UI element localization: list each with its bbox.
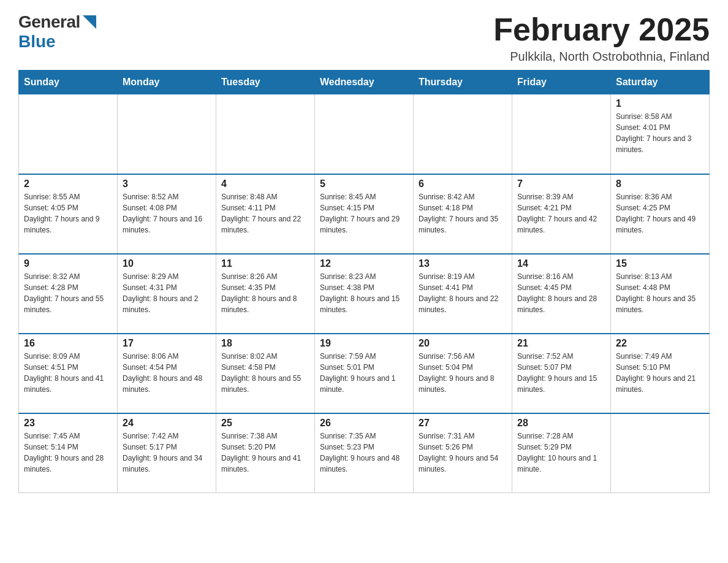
header-wednesday: Wednesday <box>315 71 414 94</box>
table-row: 8Sunrise: 8:36 AM Sunset: 4:25 PM Daylig… <box>611 174 710 254</box>
day-info: Sunrise: 8:02 AM Sunset: 4:58 PM Dayligh… <box>221 351 309 395</box>
day-info: Sunrise: 7:52 AM Sunset: 5:07 PM Dayligh… <box>517 351 605 395</box>
table-row: 22Sunrise: 7:49 AM Sunset: 5:10 PM Dayli… <box>611 334 710 413</box>
day-info: Sunrise: 8:42 AM Sunset: 4:18 PM Dayligh… <box>419 191 507 236</box>
table-row: 28Sunrise: 7:28 AM Sunset: 5:29 PM Dayli… <box>512 413 611 493</box>
day-number: 21 <box>517 338 605 349</box>
day-number: 19 <box>320 338 408 349</box>
table-row: 23Sunrise: 7:45 AM Sunset: 5:14 PM Dayli… <box>19 413 118 493</box>
table-row: 20Sunrise: 7:56 AM Sunset: 5:04 PM Dayli… <box>414 334 512 413</box>
table-row: 13Sunrise: 8:19 AM Sunset: 4:41 PM Dayli… <box>414 254 512 334</box>
day-number: 14 <box>517 258 605 269</box>
day-number: 17 <box>123 338 211 349</box>
day-info: Sunrise: 8:13 AM Sunset: 4:48 PM Dayligh… <box>616 271 704 315</box>
day-number: 7 <box>517 178 605 190</box>
svg-marker-0 <box>83 15 96 29</box>
calendar-week-row: 23Sunrise: 7:45 AM Sunset: 5:14 PM Dayli… <box>19 413 710 493</box>
day-number: 20 <box>419 338 507 349</box>
day-number: 11 <box>221 258 309 269</box>
table-row: 4Sunrise: 8:48 AM Sunset: 4:11 PM Daylig… <box>216 174 315 254</box>
table-row: 6Sunrise: 8:42 AM Sunset: 4:18 PM Daylig… <box>414 174 512 254</box>
day-info: Sunrise: 8:36 AM Sunset: 4:25 PM Dayligh… <box>616 191 704 236</box>
table-row: 26Sunrise: 7:35 AM Sunset: 5:23 PM Dayli… <box>315 413 414 493</box>
day-info: Sunrise: 8:23 AM Sunset: 4:38 PM Dayligh… <box>320 271 408 315</box>
table-row: 10Sunrise: 8:29 AM Sunset: 4:31 PM Dayli… <box>118 254 216 334</box>
table-row: 18Sunrise: 8:02 AM Sunset: 4:58 PM Dayli… <box>216 334 315 413</box>
day-info: Sunrise: 7:49 AM Sunset: 5:10 PM Dayligh… <box>616 351 704 395</box>
day-number: 24 <box>123 418 211 429</box>
table-row <box>512 94 611 174</box>
day-info: Sunrise: 8:09 AM Sunset: 4:51 PM Dayligh… <box>24 351 112 395</box>
header-saturday: Saturday <box>611 71 710 94</box>
header-monday: Monday <box>118 71 216 94</box>
day-number: 16 <box>24 338 112 349</box>
table-row: 15Sunrise: 8:13 AM Sunset: 4:48 PM Dayli… <box>611 254 710 334</box>
calendar-title: February 2025 <box>493 12 710 47</box>
page-header: General Blue February 2025 Pulkkila, Nor… <box>18 12 710 64</box>
day-info: Sunrise: 8:48 AM Sunset: 4:11 PM Dayligh… <box>221 191 309 236</box>
calendar-week-row: 2Sunrise: 8:55 AM Sunset: 4:05 PM Daylig… <box>19 174 710 254</box>
day-number: 22 <box>616 338 704 349</box>
table-row <box>414 94 512 174</box>
header-sunday: Sunday <box>19 71 118 94</box>
calendar-week-row: 9Sunrise: 8:32 AM Sunset: 4:28 PM Daylig… <box>19 254 710 334</box>
day-info: Sunrise: 8:16 AM Sunset: 4:45 PM Dayligh… <box>517 271 605 315</box>
day-number: 1 <box>616 98 704 109</box>
day-number: 6 <box>419 178 507 190</box>
header-thursday: Thursday <box>414 71 512 94</box>
day-number: 8 <box>616 178 704 190</box>
calendar-table: Sunday Monday Tuesday Wednesday Thursday… <box>18 70 710 493</box>
day-number: 10 <box>123 258 211 269</box>
day-info: Sunrise: 7:56 AM Sunset: 5:04 PM Dayligh… <box>419 351 507 395</box>
table-row: 1Sunrise: 8:58 AM Sunset: 4:01 PM Daylig… <box>611 94 710 174</box>
table-row: 2Sunrise: 8:55 AM Sunset: 4:05 PM Daylig… <box>19 174 118 254</box>
day-info: Sunrise: 8:06 AM Sunset: 4:54 PM Dayligh… <box>123 351 211 395</box>
logo: General Blue <box>18 12 96 52</box>
calendar-week-row: 16Sunrise: 8:09 AM Sunset: 4:51 PM Dayli… <box>19 334 710 413</box>
day-info: Sunrise: 8:52 AM Sunset: 4:08 PM Dayligh… <box>123 191 211 236</box>
day-number: 9 <box>24 258 112 269</box>
logo-triangle-icon <box>83 15 96 29</box>
table-row: 27Sunrise: 7:31 AM Sunset: 5:26 PM Dayli… <box>414 413 512 493</box>
table-row: 7Sunrise: 8:39 AM Sunset: 4:21 PM Daylig… <box>512 174 611 254</box>
day-info: Sunrise: 8:45 AM Sunset: 4:15 PM Dayligh… <box>320 191 408 236</box>
day-number: 18 <box>221 338 309 349</box>
table-row: 16Sunrise: 8:09 AM Sunset: 4:51 PM Dayli… <box>19 334 118 413</box>
table-row: 19Sunrise: 7:59 AM Sunset: 5:01 PM Dayli… <box>315 334 414 413</box>
day-info: Sunrise: 8:19 AM Sunset: 4:41 PM Dayligh… <box>419 271 507 315</box>
day-number: 4 <box>221 178 309 190</box>
day-info: Sunrise: 8:29 AM Sunset: 4:31 PM Dayligh… <box>123 271 211 315</box>
table-row: 5Sunrise: 8:45 AM Sunset: 4:15 PM Daylig… <box>315 174 414 254</box>
table-row: 24Sunrise: 7:42 AM Sunset: 5:17 PM Dayli… <box>118 413 216 493</box>
table-row <box>611 413 710 493</box>
table-row <box>315 94 414 174</box>
day-number: 15 <box>616 258 704 269</box>
table-row: 12Sunrise: 8:23 AM Sunset: 4:38 PM Dayli… <box>315 254 414 334</box>
day-number: 26 <box>320 418 408 429</box>
table-row: 17Sunrise: 8:06 AM Sunset: 4:54 PM Dayli… <box>118 334 216 413</box>
calendar-week-row: 1Sunrise: 8:58 AM Sunset: 4:01 PM Daylig… <box>19 94 710 174</box>
logo-general-text: General <box>18 12 80 32</box>
day-info: Sunrise: 7:35 AM Sunset: 5:23 PM Dayligh… <box>320 431 408 475</box>
table-row: 11Sunrise: 8:26 AM Sunset: 4:35 PM Dayli… <box>216 254 315 334</box>
day-info: Sunrise: 8:39 AM Sunset: 4:21 PM Dayligh… <box>517 191 605 236</box>
table-row: 25Sunrise: 7:38 AM Sunset: 5:20 PM Dayli… <box>216 413 315 493</box>
title-block: February 2025 Pulkkila, North Ostrobothn… <box>493 12 710 64</box>
table-row <box>118 94 216 174</box>
day-info: Sunrise: 8:58 AM Sunset: 4:01 PM Dayligh… <box>616 111 704 155</box>
day-number: 12 <box>320 258 408 269</box>
header-tuesday: Tuesday <box>216 71 315 94</box>
day-number: 28 <box>517 418 605 429</box>
day-info: Sunrise: 7:45 AM Sunset: 5:14 PM Dayligh… <box>24 431 112 475</box>
table-row: 14Sunrise: 8:16 AM Sunset: 4:45 PM Dayli… <box>512 254 611 334</box>
table-row: 9Sunrise: 8:32 AM Sunset: 4:28 PM Daylig… <box>19 254 118 334</box>
day-number: 3 <box>123 178 211 190</box>
day-number: 23 <box>24 418 112 429</box>
day-info: Sunrise: 7:38 AM Sunset: 5:20 PM Dayligh… <box>221 431 309 475</box>
day-info: Sunrise: 7:28 AM Sunset: 5:29 PM Dayligh… <box>517 431 605 475</box>
day-info: Sunrise: 7:59 AM Sunset: 5:01 PM Dayligh… <box>320 351 408 395</box>
table-row <box>216 94 315 174</box>
day-number: 13 <box>419 258 507 269</box>
table-row <box>19 94 118 174</box>
table-row: 3Sunrise: 8:52 AM Sunset: 4:08 PM Daylig… <box>118 174 216 254</box>
